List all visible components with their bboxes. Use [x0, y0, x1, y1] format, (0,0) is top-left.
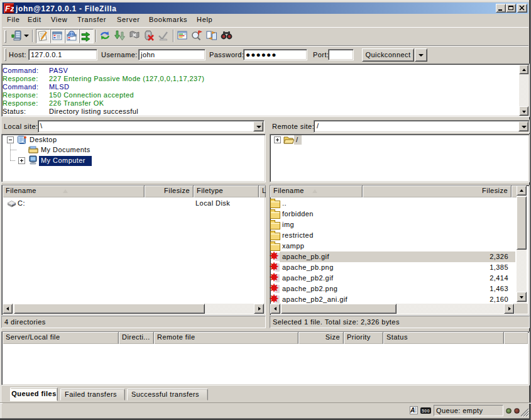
svg-text:500: 500 — [422, 409, 430, 413]
svg-text:A: A — [410, 407, 415, 414]
svg-text:Fz: Fz — [5, 4, 14, 13]
